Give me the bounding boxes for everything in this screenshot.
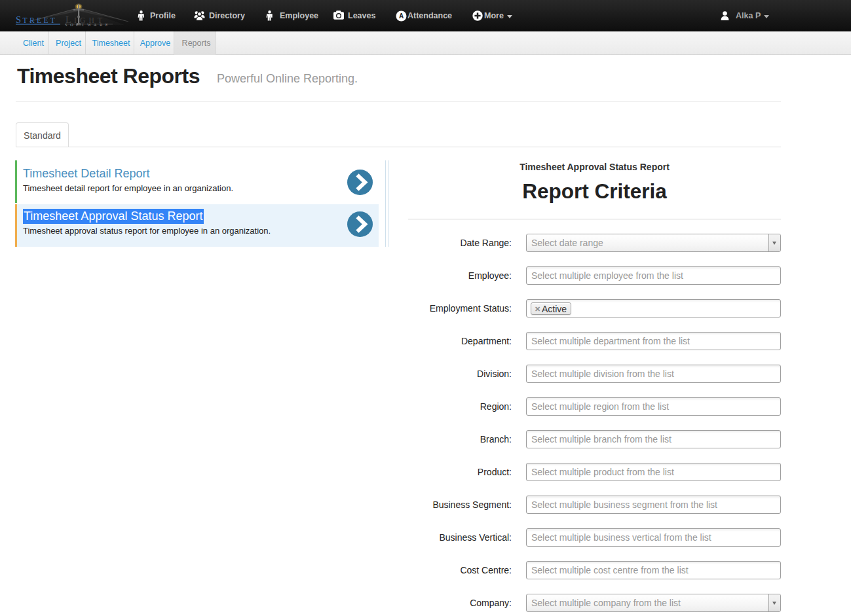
svg-text:TREET: TREET [23, 16, 58, 24]
svg-text:A: A [399, 12, 404, 20]
svg-text:SOFTWARE: SOFTWARE [65, 22, 111, 27]
svg-text:S: S [16, 14, 21, 25]
